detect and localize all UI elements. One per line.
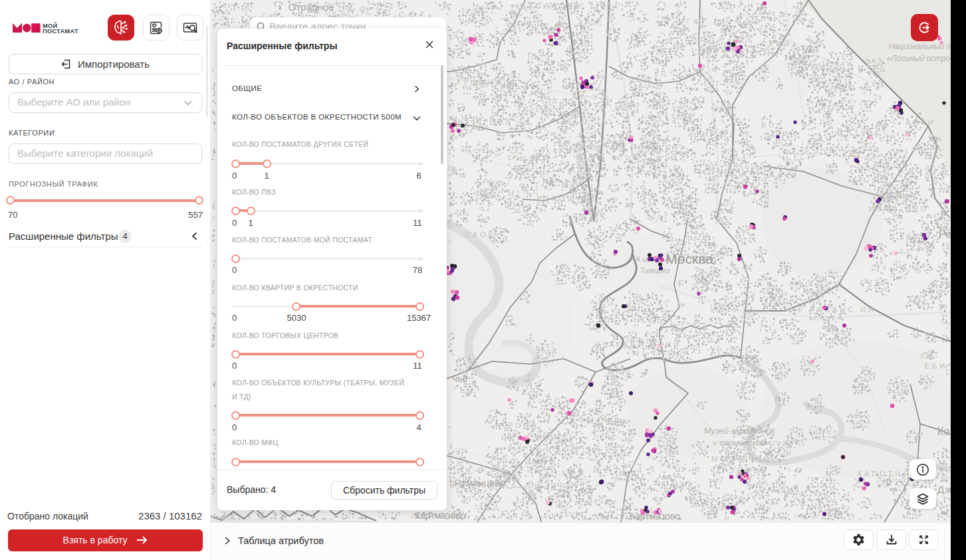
svg-text:Картмазово: Картмазово <box>415 510 465 521</box>
svg-text:ГАГАРИ СКИЙ: ГАГАРИ СКИЙ <box>603 341 681 349</box>
svg-text:ЩУКИ: ЩУКИ <box>519 154 551 162</box>
svg-text:ТРОПА: ТРОПА <box>501 421 539 429</box>
svg-text:СКОЕ: СКОЕ <box>465 231 496 238</box>
svg-text:Отрадное: Отрадное <box>289 1 334 13</box>
svg-text:ЮЖНОЕ: ЮЖНОЕ <box>878 193 921 201</box>
svg-text:« оломенское»: « оломенское» <box>713 438 771 448</box>
svg-text:ТУШИНО: ТУШИНО <box>456 78 504 86</box>
svg-text:ЧЕР: ЧЕР <box>607 419 630 426</box>
svg-text:РЯЗАНС ИЙ: РЯЗАНС ИЙ <box>810 306 876 314</box>
svg-text:Коте: Коте <box>937 426 951 437</box>
svg-text:БУСИНОВО: БУСИНОВО <box>521 2 583 10</box>
svg-text:Москва: Москва <box>665 251 713 266</box>
svg-text:ИЗМА ОВО: ИЗМА ОВО <box>869 205 929 213</box>
svg-text:ВЕШ: ВЕШ <box>945 280 951 288</box>
svg-text:Музей-заповедник: Музей-заповедник <box>704 426 776 436</box>
svg-text:МО РЕЧЬЕ: МО РЕЧЬЕ <box>711 455 771 463</box>
svg-text:чье: чье <box>452 373 468 384</box>
svg-text:КАПОТНЯ: КАПОТНЯ <box>858 470 911 478</box>
svg-text:Румянцево: Румянцево <box>455 477 506 488</box>
svg-text:ХОРОШ ВО: ХОРОШ ВО <box>536 195 597 203</box>
svg-text:«Лосиный остров»: «Лосиный остров» <box>887 54 951 63</box>
svg-text:ЕБИ: ЕБИ <box>925 362 947 370</box>
svg-text:Дзержин: Дзержин <box>937 484 951 495</box>
svg-text:АНКИ: АНКИ <box>906 118 936 126</box>
svg-text:БО: БО <box>761 121 777 129</box>
svg-text:ПОСТАМАТ: ПОСТАМАТ <box>43 28 78 35</box>
svg-text:Реут: Реут <box>939 229 951 240</box>
svg-text:Т ШИЛ: Т ШИЛ <box>478 119 513 126</box>
svg-text:СКИЙ: СКИЙ <box>761 40 792 48</box>
svg-text:ХИ: ХИ <box>919 352 935 360</box>
svg-text:Тимиряз: Тимиряз <box>640 266 670 274</box>
